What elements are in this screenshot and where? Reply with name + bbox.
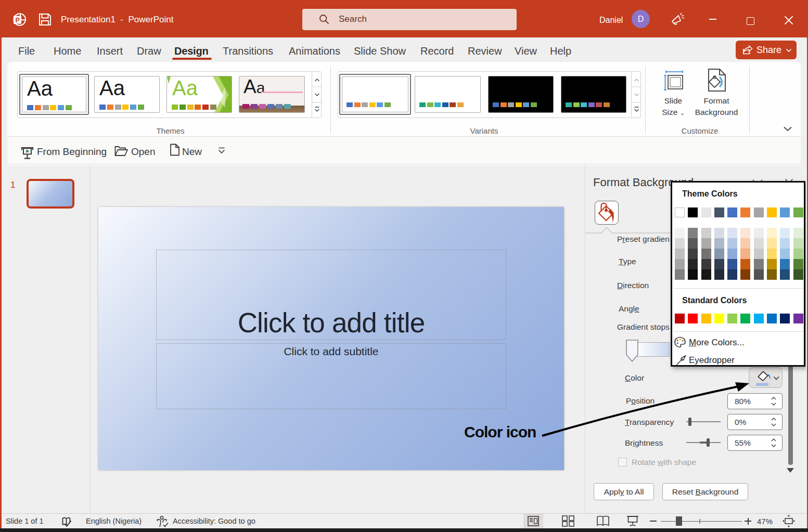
svg-text:P: P	[16, 17, 20, 24]
